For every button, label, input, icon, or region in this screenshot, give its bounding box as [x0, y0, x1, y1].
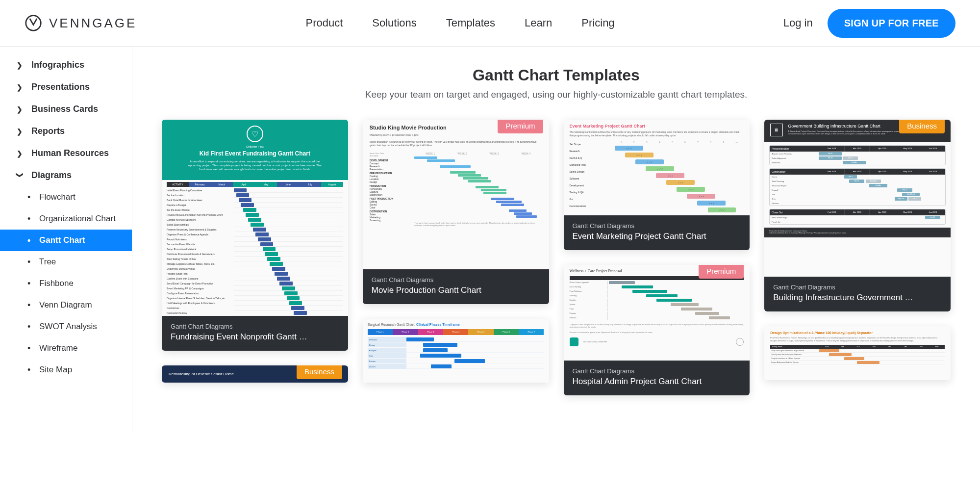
template-card-hospital-admin[interactable]: Premium Wellness + Care Project Proposal… — [564, 265, 750, 395]
business-ribbon: Business — [297, 365, 342, 379]
template-thumb: Surgical Research Gantt Chart: Clinical … — [363, 319, 549, 383]
grid-col-3: Event Marketing Project Gantt Chart The … — [564, 120, 750, 395]
template-thumb: Studio King Movie Production 🎬 Mastering… — [363, 120, 549, 269]
sidebar-cat-label: Diagrams — [31, 170, 72, 181]
thumb-footer: Prepared for the Building Division's Inf… — [764, 228, 951, 237]
w: WEEK 4 — [521, 152, 530, 155]
page-subtitle: Keep your team on target and engaged, us… — [162, 89, 951, 100]
medical-icon — [736, 338, 744, 346]
premium-ribbon: Premium — [498, 120, 543, 133]
template-card-fundraising[interactable]: ♡ Children First Kid First Event Fundrai… — [162, 120, 348, 351]
template-card-surgical-research[interactable]: Surgical Research Gantt Chart: Clinical … — [363, 319, 549, 383]
m: Mar 2023 — [844, 209, 870, 215]
sidebar-sub-organizational-chart[interactable]: Organizational Chart — [0, 208, 132, 230]
m: Feb 2023 — [819, 209, 844, 215]
template-thumb: 🏛 Government Building Infrastructure Gan… — [764, 120, 951, 277]
m: February — [195, 183, 204, 186]
sidebar-cat-reports[interactable]: ❯ Reports — [0, 120, 132, 142]
template-card-movie-production[interactable]: Premium Studio King Movie Production 🎬 M… — [363, 120, 549, 304]
chevron-right-icon: ❯ — [17, 128, 24, 135]
nav-templates[interactable]: Templates — [446, 17, 495, 29]
grid-col-2: Premium Studio King Movie Production 🎬 M… — [363, 120, 549, 383]
heart-icon: ♡ — [247, 126, 263, 142]
m: May 2023 — [895, 169, 920, 175]
nav-learn[interactable]: Learn — [525, 17, 552, 29]
chevron-down-icon: ❯ — [16, 172, 24, 179]
sidebar-sub-label: Tree — [32, 257, 56, 267]
sidebar-sub-site-map[interactable]: Site Map — [0, 359, 132, 381]
template-card-design-optimization[interactable]: Design Optimization of a 2-Phase 100 bbl… — [764, 326, 951, 380]
template-thumb: Event Marketing Project Gantt Chart The … — [564, 120, 750, 215]
sidebar-cat-infographics[interactable]: ❯ Infographics — [0, 54, 132, 76]
m: Feb 2023 — [819, 169, 844, 175]
template-card-building-infrastructure[interactable]: Business 🏛 Government Building Infrastru… — [764, 120, 951, 311]
template-thumb: ♡ Children First Kid First Event Fundrai… — [162, 120, 348, 316]
sidebar-sub-label: Gantt Chart — [32, 235, 85, 245]
card-title: Movie Production Gantt Chart — [372, 285, 540, 295]
sidebar-sub-label: Organizational Chart — [32, 214, 116, 224]
nav-solutions[interactable]: Solutions — [372, 17, 417, 29]
w: WEEK 1 — [426, 152, 435, 155]
logo[interactable]: VENNGAGE — [25, 14, 137, 32]
p1: Surgical Research Gantt Chart: — [368, 323, 415, 326]
thumb-org: Children First — [170, 145, 340, 148]
sidebar-sub-venn-diagram[interactable]: Venn Diagram — [0, 294, 132, 316]
card-footer: Gantt Chart Diagrams Movie Production Ga… — [363, 269, 549, 304]
template-card-event-marketing[interactable]: Event Marketing Project Gantt Chart The … — [564, 120, 750, 250]
card-category: Gantt Chart Diagrams — [171, 323, 339, 330]
sidebar-sub-swot-analysis[interactable]: SWOT Analysis — [0, 316, 132, 337]
sidebar-cat-business-cards[interactable]: ❯ Business Cards — [0, 98, 132, 120]
sidebar-cat-label: Presentations — [31, 82, 90, 92]
sidebar-sub-wireframe[interactable]: Wireframe — [0, 337, 132, 359]
m: Jun 2023 — [920, 209, 945, 215]
m: April — [241, 183, 246, 186]
card-title: Fundraising Event Nonprofit Gantt … — [171, 332, 339, 342]
thumb-desc: Final Year Government Project. Nowadays,… — [770, 336, 945, 342]
login-link[interactable]: Log in — [783, 17, 813, 29]
m: Feb 2023 — [819, 146, 844, 152]
chevron-right-icon: ❯ — [17, 83, 24, 91]
main-content: Gantt Chart Templates Keep your team on … — [132, 47, 980, 432]
card-footer: Gantt Chart Diagrams Building Infrastruc… — [764, 277, 951, 311]
sec: Close Out — [770, 209, 819, 215]
grid-col-1: ♡ Children First Kid First Event Fundrai… — [162, 120, 348, 383]
sidebar-sub-flowchart[interactable]: Flowchart — [0, 186, 132, 208]
template-thumb: Design Optimization of a 2-Phase 100 bbl… — [764, 326, 951, 380]
sidebar-cat-diagrams[interactable]: ❯ Diagrams — [0, 164, 132, 186]
sidebar-sub-label: SWOT Analysis — [32, 322, 97, 332]
m: Mar 2023 — [844, 169, 870, 175]
page-title: Gantt Chart Templates — [162, 66, 951, 84]
sec: Preconstruction — [770, 146, 819, 152]
thumb-title: Surgical Research Gantt Chart: Clinical … — [368, 323, 544, 326]
template-card-remodelling[interactable]: Business Remodelling of Hellenic Senior … — [162, 365, 348, 383]
sidebar-cat-presentations[interactable]: ❯ Presentations — [0, 76, 132, 98]
logo-icon — [25, 14, 42, 32]
card-footer: Gantt Chart Diagrams Hospital Admin Proj… — [564, 361, 750, 395]
thumb-desc: In an effort to expand our existing serv… — [187, 160, 323, 171]
nav-product[interactable]: Product — [305, 17, 343, 29]
thumb-note: To prepare it time had provided of this … — [570, 323, 744, 334]
m: Mar 2023 — [844, 146, 870, 152]
signup-button[interactable]: SIGN UP FOR FREE — [828, 9, 955, 38]
sidebar-sub-gantt-chart[interactable]: Gantt Chart — [0, 230, 132, 251]
m: May — [264, 183, 268, 186]
thumb-sub: Mastering movie production like a pro — [370, 133, 542, 136]
template-thumb: Wellness + Care Project Proposal Define … — [564, 265, 750, 361]
sidebar-diagrams-sub: Flowchart Organizational Chart Gantt Cha… — [0, 186, 132, 381]
nav-pricing[interactable]: Pricing — [581, 17, 614, 29]
m: Apr 2023 — [869, 146, 895, 152]
grid-col-4: Business 🏛 Government Building Infrastru… — [764, 120, 951, 380]
chevron-right-icon: ❯ — [17, 105, 24, 113]
p2: Clinical Phases Timeframe — [416, 323, 460, 326]
logo-text: VENNGAGE — [49, 16, 137, 31]
m: Apr 2023 — [869, 209, 895, 215]
thumb-desc: Movie production is known to be heavy fo… — [370, 140, 542, 147]
m: May 2023 — [895, 146, 920, 152]
thumb-title: Studio King Movie Production — [370, 125, 447, 130]
sidebar-sub-tree[interactable]: Tree — [0, 251, 132, 273]
sidebar-sub-label: Wireframe — [32, 343, 77, 353]
chevron-right-icon: ❯ — [17, 61, 24, 69]
m: Jun 2023 — [920, 169, 945, 175]
sidebar-cat-human-resources[interactable]: ❯ Human Resources — [0, 142, 132, 164]
sidebar-sub-fishbone[interactable]: Fishbone — [0, 273, 132, 294]
